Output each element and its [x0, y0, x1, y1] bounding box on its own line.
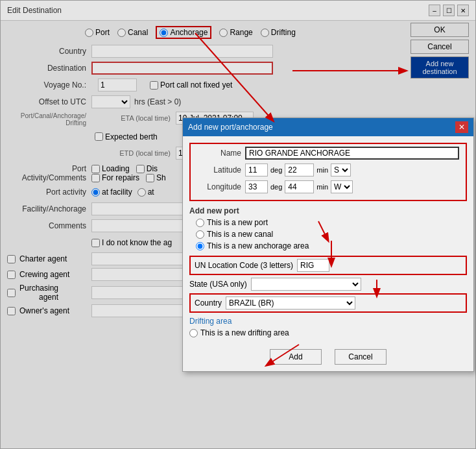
- radio-new-anchorage-label: This is a new anchorage area: [207, 241, 309, 250]
- lat-deg-label: deg: [270, 166, 282, 174]
- state-select[interactable]: [251, 278, 361, 291]
- modal-title: Add new port/anchorage: [188, 123, 273, 132]
- modal-lat-label: Latitude: [193, 165, 245, 175]
- radio-new-port[interactable]: This is a new port: [196, 218, 467, 227]
- un-location-input[interactable]: [297, 259, 329, 272]
- un-location-row: UN Location Code (3 letters): [189, 256, 467, 275]
- state-label: State (USA only): [189, 280, 247, 289]
- add-port-modal: Add new port/anchorage ✕ Name Latitude d…: [182, 117, 474, 372]
- modal-lon-row: Longitude deg min W E: [193, 180, 463, 193]
- lat-dir-select[interactable]: S N: [331, 164, 351, 176]
- country-row: Country BRAZIL (BR): [189, 293, 467, 313]
- add-new-port-radios: This is a new port This is a new canal T…: [196, 218, 467, 250]
- modal-cancel-button[interactable]: Cancel: [335, 349, 387, 365]
- lon-group: deg min W E: [245, 180, 353, 193]
- lat-min-label: min: [316, 166, 328, 174]
- modal-name-row: Name: [193, 147, 463, 160]
- country-select[interactable]: BRAZIL (BR): [226, 297, 355, 309]
- modal-footer: Add Cancel: [183, 344, 473, 371]
- un-location-label: UN Location Code (3 letters): [195, 261, 293, 270]
- lon-deg-input[interactable]: [245, 180, 268, 193]
- add-new-port-label: Add new port: [189, 206, 467, 215]
- radio-new-canal-label: This is a new canal: [207, 230, 273, 239]
- lat-group: deg min S N: [245, 164, 351, 176]
- modal-close-button[interactable]: ✕: [455, 121, 468, 133]
- name-latlon-box: Name Latitude deg min S N: [189, 143, 467, 201]
- modal-body: Name Latitude deg min S N: [183, 136, 473, 344]
- radio-new-drifting[interactable]: This is a new drifting area: [189, 328, 467, 337]
- lon-deg-label: deg: [270, 183, 282, 191]
- lon-dir-select[interactable]: W E: [331, 180, 353, 193]
- main-window: Edit Destination – ☐ ✕ Port Canal Anchor…: [0, 0, 476, 449]
- radio-new-anchorage[interactable]: This is a new anchorage area: [196, 241, 467, 250]
- drifting-section: Drifting area This is a new drifting are…: [189, 317, 467, 337]
- radio-new-port-label: This is a new port: [207, 218, 268, 227]
- modal-title-bar: Add new port/anchorage ✕: [183, 118, 473, 136]
- modal-lat-row: Latitude deg min S N: [193, 164, 463, 176]
- lat-deg-input[interactable]: [245, 164, 268, 176]
- drifting-area-label: Drifting area: [189, 317, 467, 326]
- modal-add-button[interactable]: Add: [270, 349, 322, 365]
- country-select-label: Country: [195, 298, 222, 308]
- lon-min-input[interactable]: [285, 180, 314, 193]
- modal-name-label: Name: [193, 149, 245, 158]
- radio-new-canal[interactable]: This is a new canal: [196, 230, 467, 239]
- modal-name-input[interactable]: [245, 147, 459, 160]
- modal-lon-label: Longitude: [193, 182, 245, 191]
- lon-min-label: min: [316, 183, 328, 191]
- lat-min-input[interactable]: [285, 164, 314, 176]
- radio-new-drifting-label: This is a new drifting area: [200, 328, 289, 337]
- state-row: State (USA only): [189, 278, 467, 291]
